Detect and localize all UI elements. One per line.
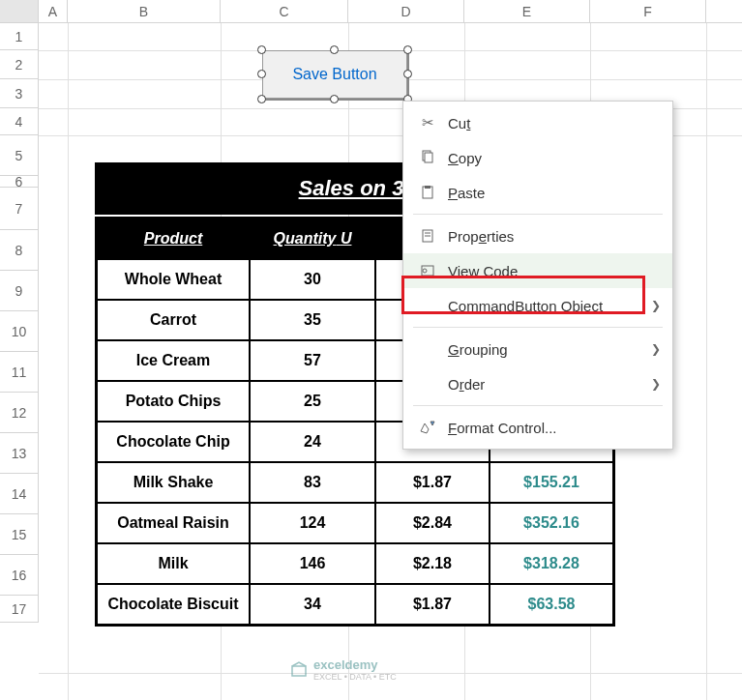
cell-qty[interactable]: 30 [250,259,375,300]
ctx-format-label: Format Control... [448,420,557,436]
view-code-icon [415,263,440,278]
column-headers: A B C D E F [0,0,742,23]
watermark: exceldemy EXCEL • DATA • ETC [290,657,397,682]
chevron-right-icon: ❯ [651,377,661,391]
col-header-b[interactable]: B [68,0,221,22]
chevron-right-icon: ❯ [651,342,661,356]
col-header-a[interactable]: A [39,0,68,22]
ctx-paste[interactable]: Paste [403,175,672,210]
cell-product[interactable]: Whole Wheat [97,259,250,300]
row-header-12[interactable]: 12 [0,393,39,433]
row-header-8[interactable]: 8 [0,230,39,271]
resize-handle[interactable] [257,70,266,78]
row-header-4[interactable]: 4 [0,108,39,135]
cell-qty[interactable]: 25 [250,381,375,422]
cell-qty[interactable]: 24 [250,422,375,462]
ctx-commandbutton-object[interactable]: CommandButton Object ❯ [403,288,672,323]
row-header-16[interactable]: 16 [0,555,39,596]
row-headers: 1 2 3 4 5 6 7 8 9 10 11 12 13 14 15 16 1… [0,23,39,623]
resize-handle[interactable] [403,70,412,78]
ctx-view-code[interactable]: View Code [403,253,672,288]
resize-handle[interactable] [330,95,339,103]
cell-price[interactable]: $1.87 [375,462,490,503]
spreadsheet-grid: A B C D E F 1 2 3 4 5 6 7 8 9 10 11 12 1… [0,0,742,700]
ctx-cut[interactable]: ✂ Cut [403,105,672,140]
ctx-grouping[interactable]: Grouping ❯ [403,332,672,366]
cell-product[interactable]: Potato Chips [97,381,250,422]
cell-product[interactable]: Ice Cream [97,340,250,381]
cell-product[interactable]: Carrot [97,300,250,340]
ctx-properties[interactable]: Properties [403,219,672,253]
resize-handle[interactable] [257,45,266,54]
cell-product[interactable]: Milk Shake [97,462,250,503]
context-menu: ✂ Cut Copy Paste Properties View [402,101,673,450]
col-header-c[interactable]: C [221,0,348,22]
cell-total[interactable]: $63.58 [490,584,613,625]
cell-qty[interactable]: 57 [250,340,375,381]
ctx-copy[interactable]: Copy [403,140,672,175]
cell-qty[interactable]: 35 [250,300,375,340]
separator [413,327,663,328]
cell-price[interactable]: $2.84 [375,503,490,543]
table-row: Milk Shake 83 $1.87 $155.21 [97,462,613,503]
header-quantity[interactable]: Quantity U [250,219,375,259]
activex-button-selected[interactable]: Save Button [262,50,407,99]
cell-product[interactable]: Chocolate Biscuit [97,584,250,625]
cell-qty[interactable]: 83 [250,462,375,503]
format-control-icon [415,420,440,435]
paste-icon [415,185,440,200]
cell-price[interactable]: $1.87 [375,584,490,625]
col-header-e[interactable]: E [464,0,590,22]
cell-qty[interactable]: 146 [250,543,375,584]
row-header-15[interactable]: 15 [0,514,39,555]
row-header-1[interactable]: 1 [0,23,39,50]
row-header-13[interactable]: 13 [0,433,39,474]
table-row: Chocolate Biscuit 34 $1.87 $63.58 [97,584,613,625]
row-header-11[interactable]: 11 [0,352,39,393]
cell-total[interactable]: $318.28 [490,543,613,584]
copy-icon [415,150,440,165]
row-header-5[interactable]: 5 [0,135,39,176]
svg-rect-3 [425,186,430,189]
row-header-2[interactable]: 2 [0,50,39,79]
row-header-7[interactable]: 7 [0,188,39,230]
ctx-view-code-label: View Code [448,263,518,279]
cell-qty[interactable]: 34 [250,584,375,625]
header-product[interactable]: Product [97,219,250,259]
cell-price[interactable]: $2.18 [375,543,490,584]
cell-product[interactable]: Milk [97,543,250,584]
row-header-9[interactable]: 9 [0,271,39,311]
ctx-order[interactable]: Order ❯ [403,366,672,401]
col-header-f[interactable]: F [590,0,706,22]
col-header-d[interactable]: D [348,0,464,22]
row-header-10[interactable]: 10 [0,311,39,352]
ctx-properties-label: Properties [448,228,514,245]
ctx-paste-label: Paste [448,185,485,201]
row-header-3[interactable]: 3 [0,79,39,108]
properties-icon [415,228,440,244]
select-all-corner[interactable] [0,0,39,22]
svg-rect-7 [422,266,433,276]
cell-total[interactable]: $352.16 [490,503,613,543]
separator [413,405,663,406]
chevron-right-icon: ❯ [651,299,661,312]
separator [413,214,663,215]
cell-total[interactable]: $155.21 [490,462,613,503]
resize-handle[interactable] [257,95,266,103]
svg-rect-9 [292,666,306,676]
ctx-format-control[interactable]: Format Control... [403,410,672,445]
ctx-copy-label: Copy [448,150,482,166]
cell-qty[interactable]: 124 [250,503,375,543]
resize-handle[interactable] [330,45,339,54]
ctx-order-label: Order [448,376,485,393]
watermark-brand: exceldemy [313,657,397,672]
row-header-14[interactable]: 14 [0,474,39,514]
cell-product[interactable]: Chocolate Chip [97,422,250,462]
ctx-grouping-label: Grouping [448,341,508,358]
resize-handle[interactable] [403,45,412,54]
row-header-17[interactable]: 17 [0,596,39,623]
row-header-6[interactable]: 6 [0,176,39,188]
save-button[interactable]: Save Button [262,50,407,99]
cell-product[interactable]: Oatmeal Raisin [97,503,250,543]
table-row: Oatmeal Raisin 124 $2.84 $352.16 [97,503,613,543]
